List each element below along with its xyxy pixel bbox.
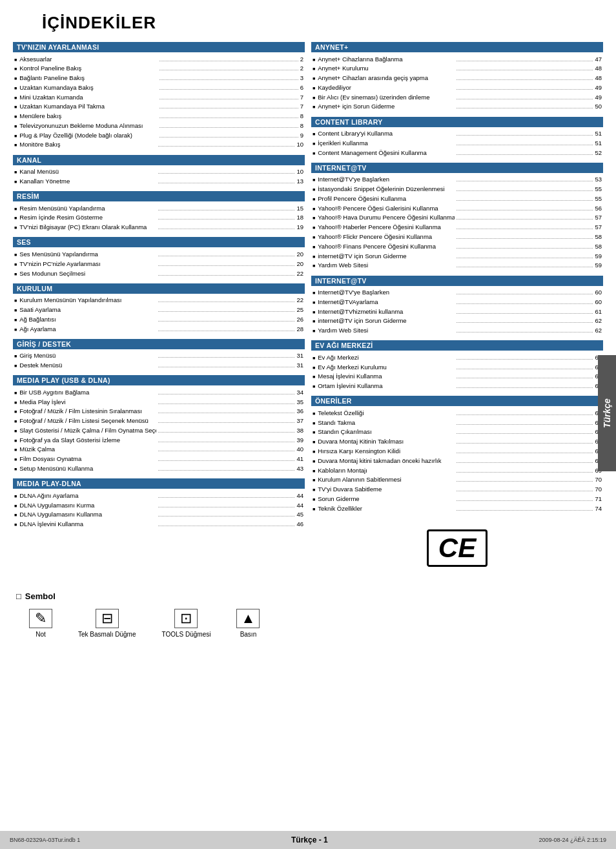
symbol-item: ⊟Tek Basmalı Düğme bbox=[78, 609, 136, 638]
list-item: Setup Menüsünü Kullanma43 bbox=[14, 464, 303, 474]
item-page: 25 bbox=[296, 305, 303, 314]
item-page: 59 bbox=[595, 261, 602, 270]
item-text: Ağı Ayarlama bbox=[19, 325, 156, 334]
list-item: TV'nizi Bilgisayar (PC) Ekranı Olarak Ku… bbox=[14, 223, 303, 232]
list-item: Uzaktan Kumandaya Bakış6 bbox=[14, 83, 303, 92]
list-item: Duvara Montaj Kitinin Takılması68 bbox=[313, 437, 602, 447]
item-dots bbox=[457, 238, 593, 239]
item-text: Yardım Web Sitesi bbox=[318, 261, 455, 270]
item-page: 7 bbox=[300, 93, 303, 102]
item-dots bbox=[457, 453, 593, 453]
list-item: Yahoo!® Flickr Pencere Öğesini Kullanma5… bbox=[313, 232, 602, 241]
list-item: Plug & Play Özelliği (Modele bağlı olara… bbox=[14, 130, 303, 140]
item-text: Destek Menüsü bbox=[19, 361, 156, 370]
item-dots bbox=[457, 359, 593, 360]
item-dots bbox=[158, 470, 295, 471]
item-dots bbox=[158, 516, 295, 517]
item-dots bbox=[159, 70, 298, 70]
item-dots bbox=[457, 462, 593, 463]
item-dots bbox=[457, 258, 593, 258]
section-header-ses: SES bbox=[13, 237, 305, 247]
list-item: Resim İçinde Resim Gösterme18 bbox=[14, 213, 303, 223]
item-dots bbox=[457, 443, 593, 444]
list-item: Sorun Giderme71 bbox=[313, 494, 602, 504]
item-dots bbox=[159, 89, 298, 90]
list-item: Fotoğraf / Müzik / Film Listesinin Sıral… bbox=[14, 407, 303, 416]
item-dots bbox=[457, 424, 593, 425]
list-item: internet@TV için Sorun Giderme62 bbox=[313, 316, 602, 326]
item-page: 71 bbox=[595, 495, 602, 504]
item-page: 35 bbox=[296, 398, 303, 407]
section-kanal: KANALKanal Menüsü10Kanalları Yönetme13 bbox=[13, 155, 305, 187]
list-item: Teletekst Özelliği66 bbox=[313, 408, 602, 418]
item-page: 2 bbox=[300, 55, 303, 64]
item-dots bbox=[158, 311, 295, 312]
symbol-item: ⊡TOOLS Düğmesi bbox=[161, 609, 210, 638]
item-page: 57 bbox=[595, 223, 602, 232]
item-dots bbox=[457, 61, 593, 61]
item-dots bbox=[158, 219, 295, 220]
list-item: Aksesuarlar2 bbox=[14, 54, 303, 64]
item-dots bbox=[158, 442, 295, 442]
item-text: Slayt Gösterisi / Müzik Çalma / Film Oyn… bbox=[19, 426, 156, 435]
section-items-internet-tv-2: Internet@TV'ye Başlarken60Internet@TVAya… bbox=[311, 288, 603, 336]
item-text: Yahoo!® Pencere Öğesi Galerisini Kullanm… bbox=[318, 204, 455, 213]
section-header-content-library: CONTENT LIBRARY bbox=[311, 117, 603, 127]
item-text: Yardım Web Sitesi bbox=[318, 326, 455, 335]
list-item: Anynet+ için Sorun Giderme50 bbox=[313, 102, 602, 112]
list-item: Kanal Menüsü10 bbox=[14, 167, 303, 177]
section-items-ses: Ses Menüsünü Yapılandırma20TV'nizin PC'n… bbox=[13, 249, 305, 278]
item-text: Content Library'yi Kullanma bbox=[318, 129, 455, 138]
item-text: Content Management Öğesini Kullanma bbox=[318, 148, 455, 158]
language-tab-label: Türkçe bbox=[602, 398, 612, 428]
item-text: Fotoğraf / Müzik / Film Listesi Seçenek … bbox=[19, 416, 156, 425]
list-item: Internet@TVhizmetini kullanma61 bbox=[313, 307, 602, 316]
list-item: Anynet+ Cihazları arasında geçiş yapma48 bbox=[313, 74, 602, 83]
item-page: 7 bbox=[300, 102, 303, 111]
item-text: Ses Menüsünü Yapılandırma bbox=[19, 250, 156, 259]
item-page: 28 bbox=[296, 325, 303, 334]
item-dots bbox=[457, 481, 593, 482]
item-dots bbox=[158, 275, 295, 276]
list-item: Ev Ağı Merkezi63 bbox=[313, 353, 602, 362]
item-page: 62 bbox=[595, 316, 602, 325]
item-dots bbox=[457, 472, 593, 473]
list-item: Ses Menüsünü Yapılandırma20 bbox=[14, 249, 303, 259]
list-item: Destek Menüsü31 bbox=[14, 361, 303, 371]
list-item: Ağ Bağlantısı26 bbox=[14, 314, 303, 324]
item-text: Kurulum Alanının Sabitlenmesi bbox=[318, 475, 455, 484]
item-page: 3 bbox=[300, 74, 303, 83]
item-text: DLNA Ağını Ayarlama bbox=[19, 491, 156, 500]
item-text: Duvara Montaj kitini takmadan önceki haz… bbox=[318, 456, 455, 465]
item-dots bbox=[159, 137, 298, 138]
list-item: DLNA Ağını Ayarlama44 bbox=[14, 491, 303, 500]
item-dots bbox=[457, 70, 593, 70]
item-dots bbox=[457, 267, 593, 267]
item-dots bbox=[158, 265, 295, 266]
item-page: 60 bbox=[595, 298, 602, 307]
symbol-icon: ✎ bbox=[29, 609, 52, 628]
item-text: Plug & Play Özelliği (Modele bağlı olara… bbox=[19, 131, 158, 140]
item-text: İstasyondaki Snippet Öğelerinin Düzenlen… bbox=[318, 185, 455, 194]
list-item: Giriş Menüsü31 bbox=[14, 351, 303, 361]
item-dots bbox=[158, 331, 295, 331]
item-dots bbox=[457, 99, 593, 99]
symbol-label: TOOLS Düğmesi bbox=[161, 631, 210, 638]
section-header-anynet: ANYNET+ bbox=[311, 42, 603, 52]
item-dots bbox=[159, 99, 298, 99]
section-items-anynet: Anynet+ Cihazlarına Bağlanma47Anynet+ Ku… bbox=[311, 54, 603, 112]
item-page: 55 bbox=[595, 185, 602, 194]
item-text: Standı Takma bbox=[318, 418, 455, 427]
item-page: 19 bbox=[296, 223, 303, 232]
item-page: 36 bbox=[296, 407, 303, 416]
item-page: 52 bbox=[595, 148, 602, 158]
section-items-kurulum: Kurulum Menüsünün Yapılandırılması22Saat… bbox=[13, 296, 305, 334]
item-text: Müzik Çalma bbox=[19, 445, 156, 454]
item-dots bbox=[158, 394, 295, 394]
item-text: Uzaktan Kumandaya Pil Takma bbox=[19, 102, 158, 111]
item-dots bbox=[158, 497, 295, 498]
list-item: Duvara Montaj kitini takmadan önceki haz… bbox=[313, 456, 602, 465]
section-items-tv-ayarlanmasi: Aksesuarlar2Kontrol Paneline Bakış2Bağla… bbox=[13, 54, 305, 150]
item-text: Hırsıza Karşı Kensington Kilidi bbox=[318, 447, 455, 456]
list-item: Yardım Web Sitesi59 bbox=[313, 261, 602, 271]
